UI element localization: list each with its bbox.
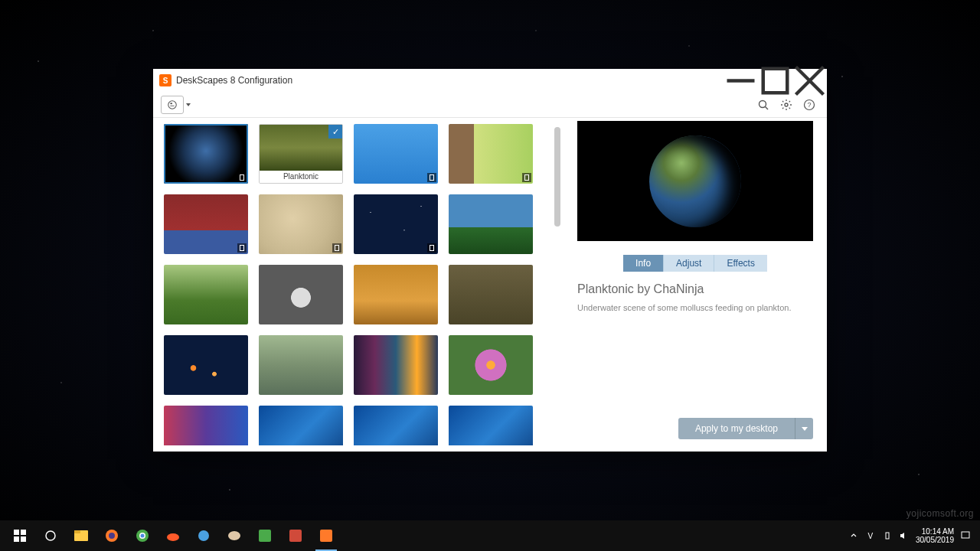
tray-notifications-icon[interactable]: [960, 530, 971, 541]
thumb-bark[interactable]: [449, 124, 533, 184]
taskbar-chrome[interactable]: [127, 520, 158, 551]
minimize-button[interactable]: [724, 69, 758, 92]
tray-volume-icon[interactable]: [899, 530, 910, 541]
thumb-bars[interactable]: [164, 406, 248, 445]
svg-point-20: [109, 533, 115, 539]
thumb-dirt[interactable]: [449, 265, 533, 324]
video-badge-icon: [237, 173, 247, 182]
taskbar-app3[interactable]: [219, 520, 250, 551]
gallery-scrollbar[interactable]: [554, 127, 560, 227]
watermark: yojicomsoft.org: [906, 508, 974, 519]
wallpaper-gallery: ✓ Planktonic: [164, 124, 547, 445]
category-dropdown[interactable]: [161, 96, 184, 114]
video-badge-icon: [522, 173, 531, 182]
maximize-button[interactable]: [758, 69, 792, 92]
folder-icon: [74, 530, 88, 541]
svg-point-4: [168, 100, 177, 109]
content-area: ✓ Planktonic: [153, 118, 827, 452]
video-badge-icon: [427, 243, 436, 253]
thumb-space[interactable]: [354, 194, 438, 254]
start-button[interactable]: [5, 520, 35, 551]
wallpaper-title: Planktonic by ChaNinja: [577, 282, 813, 296]
green-app-icon: [259, 530, 271, 542]
svg-rect-12: [14, 530, 19, 535]
svg-rect-31: [962, 532, 969, 538]
taskbar-clock[interactable]: 10:14 AM 30/05/2019: [916, 527, 954, 544]
tray-network-icon[interactable]: [882, 530, 893, 541]
cloud-icon: [166, 529, 180, 543]
thumb-golf[interactable]: [164, 265, 248, 324]
svg-line-8: [766, 106, 769, 109]
apply-dropdown[interactable]: [795, 418, 813, 439]
firefox-icon: [105, 529, 119, 543]
clock-date: 30/05/2019: [916, 536, 954, 544]
help-button[interactable]: ?: [799, 95, 819, 115]
svg-rect-28: [289, 530, 302, 542]
taskbar-app1[interactable]: [158, 520, 188, 551]
svg-point-26: [228, 531, 240, 540]
apply-button[interactable]: Apply to my desktop: [678, 418, 795, 439]
tab-adjust[interactable]: Adjust: [664, 255, 714, 272]
titlebar[interactable]: S DeskScapes 8 Configuration: [153, 69, 827, 92]
thumb-win1[interactable]: [259, 406, 343, 445]
wallpaper-description: Underwater scene of some molluscs feedin…: [577, 302, 813, 314]
svg-rect-18: [74, 530, 80, 533]
svg-point-16: [46, 531, 55, 540]
thumb-win3[interactable]: [449, 406, 533, 445]
settings-button[interactable]: [776, 95, 796, 115]
check-icon: ✓: [328, 125, 342, 139]
thumb-flower[interactable]: [449, 335, 533, 395]
gear-icon: [780, 99, 792, 111]
thumb-atom[interactable]: [164, 335, 248, 395]
video-badge-icon: [237, 243, 247, 253]
thumb-earth[interactable]: [164, 124, 248, 184]
palette-icon: [227, 529, 241, 543]
thumb-wheat[interactable]: [354, 265, 438, 324]
search-icon: [757, 99, 769, 111]
svg-point-25: [198, 530, 209, 541]
taskbar: V 10:14 AM 30/05/2019: [0, 520, 980, 551]
svg-point-9: [785, 103, 788, 106]
window-controls: [724, 69, 827, 92]
chrome-icon: [136, 529, 149, 543]
tab-info[interactable]: Info: [623, 255, 664, 272]
thumb-cats[interactable]: [259, 265, 343, 324]
video-badge-icon: [427, 173, 436, 182]
svg-rect-14: [14, 536, 19, 542]
tray-app-icon[interactable]: V: [865, 530, 876, 541]
thumb-blue[interactable]: [354, 124, 438, 184]
svg-rect-13: [21, 530, 26, 535]
thumb-car[interactable]: [164, 194, 248, 254]
system-tray: V 10:14 AM 30/05/2019: [848, 527, 975, 544]
thumb-island[interactable]: [449, 194, 533, 254]
thumb-planktonic[interactable]: ✓ Planktonic: [259, 124, 343, 184]
search-button[interactable]: [753, 95, 773, 115]
svg-rect-15: [21, 536, 26, 542]
taskbar-app4[interactable]: [250, 520, 280, 551]
tray-chevron-icon[interactable]: [848, 530, 859, 541]
taskbar-firefox[interactable]: [96, 520, 127, 551]
preview-image: [649, 135, 741, 227]
taskbar-deskscapes[interactable]: [311, 520, 341, 551]
thumb-road[interactable]: [259, 335, 343, 395]
taskbar-explorer[interactable]: [66, 520, 96, 551]
deskscapes-icon: [320, 530, 332, 542]
tab-effects[interactable]: Effects: [714, 255, 766, 272]
thumb-aurora[interactable]: [354, 335, 438, 395]
taskbar-app5[interactable]: [280, 520, 311, 551]
cortana-button[interactable]: [35, 520, 66, 551]
window-title: DeskScapes 8 Configuration: [176, 75, 724, 86]
video-badge-icon: [332, 243, 341, 253]
thumb-label: Planktonic: [260, 171, 342, 183]
close-button[interactable]: [792, 69, 827, 92]
svg-point-24: [167, 533, 179, 541]
taskbar-app2[interactable]: [188, 520, 219, 551]
svg-rect-30: [886, 533, 889, 539]
thumb-ripple[interactable]: [259, 194, 343, 254]
thumb-win2[interactable]: [354, 406, 438, 445]
svg-rect-29: [320, 530, 332, 542]
preview-pane: [577, 121, 813, 241]
clock-time: 10:14 AM: [916, 527, 954, 536]
app-window: S DeskScapes 8 Configuration ?: [153, 69, 827, 452]
detail-tabs: Info Adjust Effects: [577, 255, 813, 272]
